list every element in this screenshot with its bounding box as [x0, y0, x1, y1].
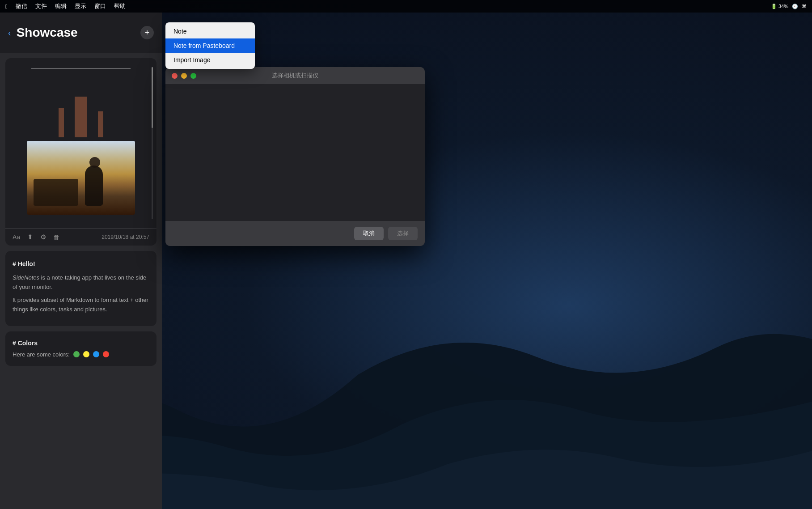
dialog-content: [165, 84, 425, 221]
app-panel: ‹ Showcase +: [0, 13, 162, 509]
menubar-clock: 🕘: [792, 4, 798, 9]
dialog-controls: [172, 73, 196, 79]
menu-file[interactable]: 文件: [35, 2, 47, 10]
panel-header: ‹ Showcase +: [0, 13, 162, 53]
colors-label: Here are some colors:: [13, 351, 70, 358]
menu-help[interactable]: 帮助: [114, 2, 126, 10]
menubar:  微信 文件 编辑 显示 窗口 帮助 🔋 34% 🕘 ⌘: [0, 0, 812, 13]
note-image-cafe: [27, 141, 135, 215]
back-icon: ‹: [8, 28, 11, 38]
menu-edit[interactable]: 编辑: [55, 2, 67, 10]
note-line1: SideNotes is a note-taking app that live…: [13, 273, 149, 292]
notes-list: Aa ⬆ ⚙ 🗑 2019/10/18 at 20:57 # Hello! Si…: [0, 53, 162, 509]
settings-icon[interactable]: ⚙: [40, 233, 46, 241]
menubar-right: 🔋 34% 🕘 ⌘: [771, 4, 807, 9]
dropdown-menu: Note Note from Pasteboard Import Image: [165, 22, 255, 69]
color-dot-blue: [93, 351, 99, 357]
dialog-confirm-button[interactable]: 选择: [388, 227, 418, 240]
back-button[interactable]: ‹: [8, 28, 11, 38]
dropdown-item-note[interactable]: Note: [165, 24, 255, 38]
note-heading: # Hello!: [13, 259, 149, 269]
toolbar-icons: Aa ⬆ ⚙ 🗑: [13, 233, 60, 241]
window-minimize-button[interactable]: [181, 73, 187, 79]
menubar-left:  微信 文件 编辑 显示 窗口 帮助: [5, 2, 126, 10]
note-card-images[interactable]: Aa ⬆ ⚙ 🗑 2019/10/18 at 20:57: [5, 58, 156, 246]
color-dot-green: [73, 351, 80, 357]
font-icon[interactable]: Aa: [13, 233, 20, 241]
menubar-battery: 🔋 34%: [771, 4, 788, 9]
menu-window[interactable]: 窗口: [94, 2, 106, 10]
header-left: ‹ Showcase: [8, 25, 78, 40]
note-colors-card[interactable]: # Colors Here are some colors:: [5, 331, 156, 366]
scroll-thumb: [152, 67, 153, 128]
dialog-title: 选择相机或扫描仪: [272, 72, 318, 80]
menu-view[interactable]: 显示: [75, 2, 86, 10]
dialog-footer: 取消 选择: [165, 221, 425, 246]
note-line2: It provides subset of Markdown to format…: [13, 296, 149, 314]
color-dot-red: [103, 351, 109, 357]
add-button[interactable]: +: [140, 26, 154, 39]
window-close-button[interactable]: [172, 73, 178, 79]
note-image-beach: [27, 64, 135, 137]
page-title: Showcase: [17, 25, 78, 40]
card-date: 2019/10/18 at 20:57: [102, 234, 149, 240]
dialog-window: 选择相机或扫描仪 取消 选择: [165, 67, 425, 246]
note-card-images-container: [5, 58, 156, 228]
window-maximize-button[interactable]: [190, 73, 196, 79]
dialog-cancel-button[interactable]: 取消: [354, 227, 384, 240]
dropdown-item-import[interactable]: Import Image: [165, 53, 255, 67]
scroll-indicator: [152, 67, 153, 219]
dropdown-item-pasteboard[interactable]: Note from Pasteboard: [165, 38, 255, 53]
dialog-titlebar: 选择相机或扫描仪: [165, 67, 425, 84]
share-icon[interactable]: ⬆: [27, 233, 33, 241]
colors-heading: # Colors: [13, 339, 149, 347]
color-dot-yellow: [83, 351, 89, 357]
card-toolbar: Aa ⬆ ⚙ 🗑 2019/10/18 at 20:57: [5, 228, 156, 246]
apple-menu[interactable]: : [5, 3, 8, 10]
colors-row: Here are some colors:: [13, 351, 149, 358]
plus-icon: +: [145, 28, 150, 38]
menubar-wifi: ⌘: [802, 4, 807, 9]
note-text-card[interactable]: # Hello! SideNotes is a note-taking app …: [5, 251, 156, 326]
menu-wechat[interactable]: 微信: [16, 2, 27, 10]
delete-icon[interactable]: 🗑: [53, 233, 60, 241]
note-text-content: # Hello! SideNotes is a note-taking app …: [13, 259, 149, 314]
